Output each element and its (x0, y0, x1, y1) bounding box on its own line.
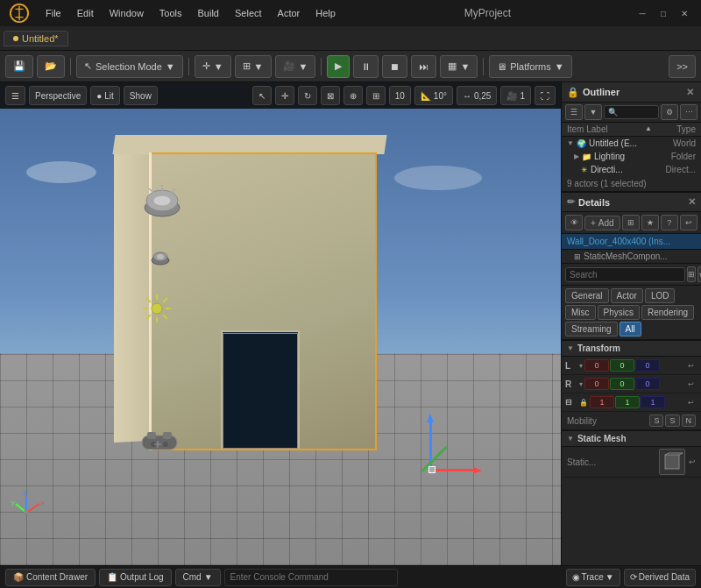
camera-num[interactable]: 🎥 1 (500, 86, 531, 105)
rotation-reset-icon[interactable]: ↩ (683, 377, 697, 391)
stop-button[interactable]: ⏹ (382, 55, 407, 78)
static-mesh-component-label[interactable]: ⊞ StaticMeshCompon... (562, 250, 701, 264)
scale-tool[interactable]: ⊠ (321, 86, 340, 105)
rotation-z-input[interactable] (635, 378, 660, 390)
mobility-stationary-btn[interactable]: S (665, 414, 679, 427)
transform-section-header[interactable]: ▼ Transform (562, 340, 701, 357)
play-button[interactable]: ▶ (327, 55, 350, 78)
rotate-tool[interactable]: ↻ (298, 86, 317, 105)
scale-x-input[interactable] (590, 396, 614, 408)
scale-y-input[interactable] (615, 396, 640, 408)
perspective-button[interactable]: Perspective (29, 86, 87, 105)
trace-button[interactable]: ◉ Trace ▼ (566, 569, 620, 586)
details-close-button[interactable]: ✕ (688, 196, 696, 208)
snap-button[interactable]: ⊞ ▼ (235, 55, 272, 78)
outliner-panel: 🔒 Outliner ✕ ☰ ▼ 🔍 ⚙ ⋯ Item Label ▲ Type… (562, 82, 701, 193)
filter-lod[interactable]: LOD (645, 288, 676, 303)
browse-button[interactable]: 📂 (37, 55, 65, 78)
outliner-world-item[interactable]: ▼ 🌍 Untitled (E... World (562, 137, 701, 150)
editor-tab[interactable]: Untitled* (4, 31, 68, 46)
menu-help[interactable]: Help (308, 6, 343, 20)
filter-actor[interactable]: Actor (611, 288, 643, 303)
location-y-input[interactable] (610, 359, 634, 372)
more-options-button[interactable]: >> (669, 55, 696, 78)
add-component-button[interactable]: + Add (584, 216, 620, 230)
static-mesh-nav-button[interactable]: ↩ (689, 457, 696, 466)
location-expand[interactable]: ▾ (579, 362, 583, 370)
details-star-button[interactable]: ★ (641, 215, 659, 230)
details-search-input[interactable] (565, 267, 685, 282)
mobility-movable-btn[interactable]: N (682, 414, 697, 427)
details-eye-button[interactable]: 👁 (565, 215, 583, 230)
menu-tools[interactable]: Tools (152, 6, 189, 20)
viewport[interactable]: ☰ Perspective ● Lit Show ↖ ✛ ↻ ⊠ ⊕ ⊞ 10 (0, 82, 561, 565)
svg-point-23 (163, 442, 168, 447)
grid-size[interactable]: 10 (389, 86, 411, 105)
mobility-static-btn[interactable]: S (649, 414, 663, 427)
console-command-input[interactable] (224, 569, 398, 586)
menu-select[interactable]: Select (228, 6, 269, 20)
static-mesh-thumbnail[interactable] (659, 449, 685, 475)
outliner-search[interactable]: 🔍 (604, 105, 659, 119)
rotation-x-input[interactable] (584, 378, 609, 390)
derived-data-button[interactable]: ⟳ Derived Data (624, 569, 696, 586)
outliner-filter-button[interactable]: ☰ (565, 104, 583, 120)
save-button[interactable]: 💾 (5, 55, 33, 78)
select-tool[interactable]: ↖ (252, 86, 272, 105)
details-reset-button[interactable]: ↩ (680, 215, 697, 230)
details-help-button[interactable]: ? (661, 215, 678, 230)
static-mesh-section-header[interactable]: ▼ Static Mesh (562, 430, 701, 447)
directional-light (137, 288, 176, 328)
details-search-table-btn[interactable]: ⊞ (687, 266, 696, 282)
outliner-close-button[interactable]: ✕ (683, 86, 696, 98)
scale-reset-icon[interactable]: ↩ (683, 395, 697, 409)
viewport-options-button[interactable]: ☰ (5, 86, 25, 105)
filter-misc[interactable]: Misc (565, 305, 596, 320)
transform-mode-button[interactable]: ✛ ▼ (195, 55, 231, 78)
maximize-viewport[interactable]: ⛶ (535, 86, 556, 105)
world-local-toggle[interactable]: ⊕ (343, 86, 363, 105)
details-table-button[interactable]: ⊞ (622, 215, 640, 230)
filter-streaming[interactable]: Streaming (565, 322, 618, 337)
content-drawer-button[interactable]: 📦 Content Drawer (5, 569, 96, 586)
angle-size[interactable]: 📐 10° (414, 86, 453, 105)
outliner-more-button[interactable]: ⋯ (680, 104, 697, 120)
filter-general[interactable]: General (565, 288, 609, 303)
show-button[interactable]: Show (124, 86, 158, 105)
location-z-input[interactable] (635, 359, 660, 372)
camera-speed-button[interactable]: 🎥 ▼ (275, 55, 316, 78)
move-tool[interactable]: ✛ (275, 86, 294, 105)
selection-mode-button[interactable]: ↖ Selection Mode ▼ (76, 55, 183, 78)
filter-all[interactable]: All (620, 322, 641, 337)
location-reset-icon[interactable]: ↩ (683, 358, 697, 372)
menu-edit[interactable]: Edit (70, 6, 101, 20)
lit-button[interactable]: ● Lit (90, 86, 120, 105)
surface-snapping[interactable]: ⊞ (366, 86, 386, 105)
menu-file[interactable]: File (39, 6, 68, 20)
menu-build[interactable]: Build (191, 6, 226, 20)
location-x-input[interactable] (584, 359, 609, 372)
platforms-button[interactable]: 🖥 Platforms ▼ (489, 55, 571, 78)
filter-rendering[interactable]: Rendering (641, 305, 694, 320)
launch-options-button[interactable]: ▦ ▼ (440, 55, 478, 78)
rotation-y-input[interactable] (610, 378, 634, 390)
maximize-button[interactable]: □ (654, 4, 673, 23)
menu-window[interactable]: Window (103, 6, 151, 20)
filter-physics[interactable]: Physics (598, 305, 640, 320)
scale-z-input[interactable] (641, 396, 665, 408)
output-log-button[interactable]: 📋 Output Log (99, 569, 171, 586)
outliner-filter2-button[interactable]: ▼ (584, 104, 602, 120)
cmd-button[interactable]: Cmd ▼ (175, 569, 221, 586)
outliner-settings-button[interactable]: ⚙ (661, 104, 678, 120)
close-button[interactable]: ✕ (675, 4, 694, 23)
scale-snap[interactable]: ↔ 0,25 (457, 86, 497, 105)
rotation-expand[interactable]: ▾ (579, 380, 583, 388)
skip-button[interactable]: ⏭ (411, 55, 436, 78)
menu-actor[interactable]: Actor (271, 6, 308, 20)
pause-button[interactable]: ⏸ (353, 55, 379, 78)
outliner-lighting-item[interactable]: ▶ 📁 Lighting Folder (562, 150, 701, 163)
details-search-star-btn[interactable]: ★ (697, 266, 701, 282)
outliner-directional-item[interactable]: ✳ Directi... Direct... (562, 163, 701, 176)
selected-actor-label[interactable]: Wall_Door_400x400 (Ins... (562, 234, 701, 250)
minimize-button[interactable]: ─ (633, 4, 652, 23)
